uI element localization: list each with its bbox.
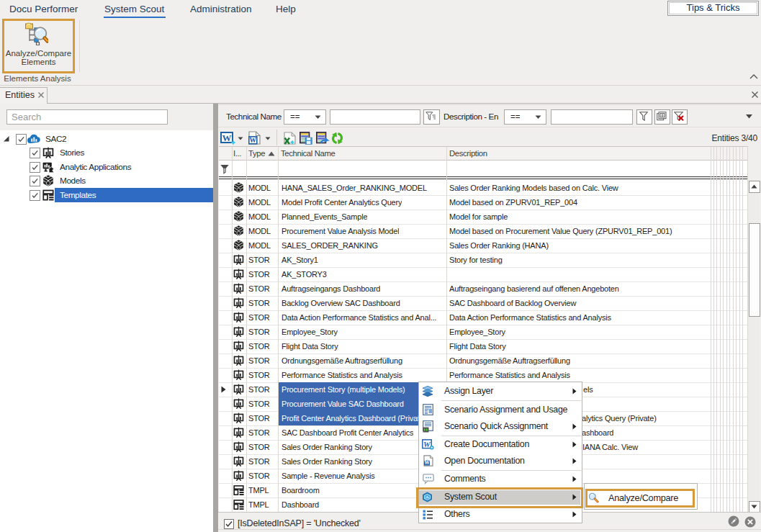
svg-text:W: W: [222, 132, 232, 143]
svg-text:W: W: [250, 137, 257, 144]
svg-text:W: W: [424, 459, 430, 466]
